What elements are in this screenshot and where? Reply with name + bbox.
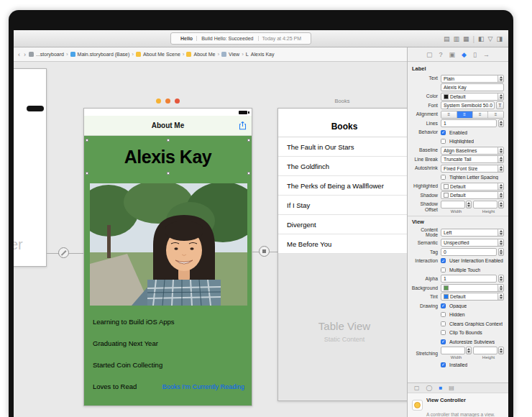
breadcrumb-storyboard[interactable]: ...storyboard xyxy=(36,52,64,57)
clears-graphics-checkbox[interactable] xyxy=(441,321,446,326)
content-mode-dropdown[interactable]: Left xyxy=(441,229,504,237)
text-value-field[interactable]: Alexis Kay xyxy=(441,83,504,91)
clipped-scene-card[interactable]: er xyxy=(14,68,47,267)
selection-handle[interactable] xyxy=(247,139,250,142)
green-background-view[interactable]: Alexis Kay xyxy=(84,136,252,405)
shadow-color-dropdown[interactable]: Default xyxy=(441,191,504,199)
font-field[interactable]: System Semibold 50.0 xyxy=(441,101,495,109)
tag-field[interactable]: 0 xyxy=(441,248,497,256)
align-left-icon[interactable]: ≡ xyxy=(441,111,457,118)
stretching-x-stepper[interactable] xyxy=(466,347,472,354)
view-controller-dot-icon[interactable] xyxy=(156,98,161,104)
books-scene-card[interactable]: Books The Fault in Our Stars The Goldfin… xyxy=(278,108,407,401)
align-justified-icon[interactable]: ≡ xyxy=(488,111,503,118)
bio-label[interactable]: Loves to Read xyxy=(93,382,137,390)
hidden-checkbox[interactable] xyxy=(441,312,446,317)
shadow-offset-height-field[interactable] xyxy=(473,201,497,208)
stretching-y-field[interactable] xyxy=(473,347,497,354)
books-table-header[interactable]: Books xyxy=(278,109,407,137)
breadcrumb-view[interactable]: View xyxy=(229,52,239,57)
segue-connector[interactable] xyxy=(58,247,69,258)
storyboard-canvas[interactable]: er About Me xyxy=(14,62,407,417)
identity-inspector-icon[interactable]: ▣ xyxy=(449,51,456,58)
opaque-checkbox[interactable] xyxy=(441,303,446,308)
lines-field[interactable]: 1 xyxy=(441,119,497,127)
installed-checkbox[interactable] xyxy=(441,362,446,367)
color-dropdown[interactable]: Default xyxy=(441,93,504,101)
tint-color-dropdown[interactable]: Default xyxy=(441,293,504,301)
tag-stepper[interactable] xyxy=(498,248,504,256)
attributes-inspector-icon[interactable]: ◆ xyxy=(462,51,467,58)
assistant-editor-icon[interactable]: ▥ xyxy=(453,35,459,42)
first-responder-dot-icon[interactable] xyxy=(165,98,170,104)
navigator-toggle-icon[interactable]: ◧ xyxy=(478,35,485,42)
background-color-dropdown[interactable] xyxy=(441,284,504,292)
selection-handle[interactable] xyxy=(167,172,170,175)
file-template-library-icon[interactable]: ▢ xyxy=(414,385,420,391)
forward-icon[interactable]: › xyxy=(23,51,27,58)
text-style-dropdown[interactable]: Plain xyxy=(441,75,504,83)
version-editor-icon[interactable]: ▦ xyxy=(463,35,469,42)
breadcrumb-main-storyboard[interactable]: Main.storyboard (Base) xyxy=(78,52,130,57)
size-inspector-icon[interactable]: ▯ xyxy=(473,51,477,58)
utilities-toggle-icon[interactable]: ◨ xyxy=(496,35,503,42)
breadcrumb-about-me-scene[interactable]: About Me Scene xyxy=(143,52,180,57)
font-traits-button[interactable]: T xyxy=(496,101,504,109)
multiple-touch-checkbox[interactable] xyxy=(441,267,446,272)
table-view-placeholder[interactable]: Table View Static Content xyxy=(278,254,407,400)
navigation-bar[interactable]: About Me xyxy=(84,116,252,136)
enabled-checkbox[interactable] xyxy=(441,130,446,135)
highlighted-checkbox[interactable] xyxy=(441,139,446,144)
segue-connector[interactable] xyxy=(259,246,270,257)
align-center-icon[interactable]: ≡ xyxy=(457,111,473,118)
standard-editor-icon[interactable]: ▤ xyxy=(444,35,450,42)
shadow-offset-height-stepper[interactable] xyxy=(498,201,504,208)
name-label[interactable]: Alexis Kay xyxy=(124,147,211,168)
back-icon[interactable]: ‹ xyxy=(17,51,21,58)
about-me-scene-card[interactable]: About Me Alexis Kay xyxy=(83,108,252,406)
table-cell[interactable]: The Fault in Our Stars xyxy=(278,137,407,157)
selected-label-frame[interactable]: Alexis Kay xyxy=(84,140,252,173)
selection-handle[interactable] xyxy=(167,139,170,142)
baseline-dropdown[interactable]: Align Baselines xyxy=(441,147,504,155)
stretching-y-stepper[interactable] xyxy=(498,347,504,354)
selection-handle[interactable] xyxy=(86,172,88,175)
shadow-offset-width-stepper[interactable] xyxy=(466,201,472,208)
table-cell[interactable]: The Goldfinch xyxy=(278,157,407,176)
linebreak-dropdown[interactable]: Truncate Tail xyxy=(441,155,504,163)
alpha-stepper[interactable] xyxy=(498,275,504,283)
clip-to-bounds-checkbox[interactable] xyxy=(441,330,446,335)
stretching-x-field[interactable] xyxy=(441,347,465,354)
library-item-view-controller[interactable]: View Controller A controller that manage… xyxy=(408,393,508,417)
autoshrink-dropdown[interactable]: Fixed Font Size xyxy=(441,165,504,173)
profile-photo[interactable] xyxy=(90,183,247,306)
breadcrumb-about-me[interactable]: About Me xyxy=(193,52,215,57)
books-scene-title[interactable]: Books xyxy=(278,98,407,104)
debug-area-toggle-icon[interactable]: ▽ xyxy=(488,35,493,42)
alpha-field[interactable]: 1 xyxy=(441,275,497,283)
books-link[interactable]: Books I'm Currently Reading xyxy=(162,383,244,390)
tighten-letter-spacing-checkbox[interactable] xyxy=(441,175,446,180)
table-cell[interactable]: If I Stay xyxy=(278,196,407,215)
table-cell[interactable]: Divergent xyxy=(278,215,407,234)
alignment-segmented-control[interactable]: ≡ ≡ ≡ ≡ xyxy=(441,111,504,119)
connections-inspector-icon[interactable]: → xyxy=(483,51,490,58)
exit-dot-icon[interactable] xyxy=(175,98,180,104)
autoresize-subviews-checkbox[interactable] xyxy=(441,339,446,344)
table-cell[interactable]: Me Before You xyxy=(278,234,407,254)
table-cell[interactable]: The Perks of Being a Wallflower xyxy=(278,176,407,196)
bio-label[interactable]: Started Coin Collecting xyxy=(93,361,244,369)
lines-stepper[interactable] xyxy=(498,119,504,127)
bio-label[interactable]: Learning to Build iOS Apps xyxy=(93,318,244,326)
file-inspector-icon[interactable]: ▢ xyxy=(426,51,433,58)
highlighted-color-dropdown[interactable]: Default xyxy=(441,183,504,191)
breadcrumb-alexis-kay[interactable]: Alexis Kay xyxy=(251,52,275,57)
share-icon[interactable] xyxy=(239,121,247,130)
selection-handle[interactable] xyxy=(247,172,250,175)
selection-handle[interactable] xyxy=(86,139,88,142)
quick-help-icon[interactable]: ? xyxy=(439,51,443,58)
shadow-offset-width-field[interactable] xyxy=(441,201,465,208)
user-interaction-checkbox[interactable] xyxy=(441,258,446,263)
bio-label[interactable]: Graduating Next Year xyxy=(93,339,244,347)
align-right-icon[interactable]: ≡ xyxy=(473,111,489,118)
